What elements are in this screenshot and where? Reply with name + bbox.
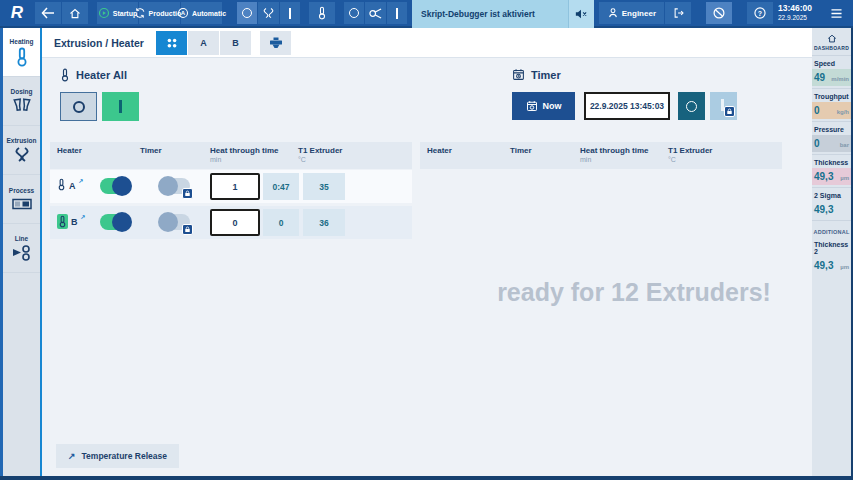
question-icon: ? — [753, 6, 767, 20]
extruder-screws-button[interactable] — [258, 2, 279, 24]
sidebar-item-label: Dosing — [10, 88, 32, 95]
brand-logo[interactable]: R — [4, 1, 30, 25]
col-heat-through-time: Heat through timemin — [210, 146, 278, 165]
heater-a-heat-through-time-input[interactable] — [210, 173, 260, 200]
back-button[interactable] — [35, 2, 61, 24]
script-debugger-text: Skript-Debugger ist aktiviert — [421, 9, 535, 19]
sidebar-item-label: Process — [9, 187, 34, 194]
sidebar-item-label: Line — [15, 235, 28, 242]
lock-operation-button[interactable] — [706, 2, 732, 24]
automatic-button[interactable]: A Automatic — [181, 2, 222, 24]
winder-on-button[interactable] — [387, 2, 407, 24]
lock-icon — [182, 188, 193, 199]
user-label: Engineer — [622, 9, 656, 18]
calendar-timer-icon — [512, 68, 525, 81]
speaker-mute-icon — [574, 8, 588, 20]
user-button[interactable]: Engineer — [599, 2, 664, 24]
timer-off-button[interactable] — [678, 92, 705, 120]
temperature-release-button[interactable]: ↗ Temperature Release — [56, 444, 179, 468]
winder-off-button[interactable] — [344, 2, 364, 24]
bottom-frame-bar — [0, 476, 853, 480]
heater-all-heading: Heater All — [60, 68, 127, 82]
sidebar-item-dosing[interactable]: Dosing — [3, 77, 40, 126]
link-arrow-icon: ↗ — [81, 213, 86, 220]
heater-a-timer-toggle-locked[interactable] — [160, 178, 190, 194]
bar-on-icon — [396, 8, 399, 19]
dashboard-title: DASHBOARD — [812, 45, 851, 51]
timer-heading: Timer — [512, 68, 561, 81]
die-button[interactable] — [260, 31, 291, 55]
extruder-screws-icon — [261, 7, 276, 20]
lock-icon — [182, 224, 193, 235]
die-icon — [268, 36, 284, 50]
heater-b-heat-through-time-input[interactable] — [210, 209, 260, 236]
heater-all-title: Heater All — [76, 69, 127, 81]
col-timer: Timer — [140, 146, 162, 156]
extruder-heater-off-button[interactable] — [237, 2, 257, 24]
heater-b-t1-temperature: 36 — [303, 209, 345, 236]
additional-section-label: ADDITIONAL — [812, 221, 851, 237]
logout-button[interactable] — [665, 2, 691, 24]
heater-a-toggle-on[interactable] — [100, 178, 130, 194]
dashboard-tile-2sigma[interactable]: 2 Sigma 49,3 — [812, 188, 851, 221]
col-t1-extruder: T1 Extruder°C — [298, 146, 342, 165]
timer-now-button[interactable]: Now — [512, 92, 575, 120]
timer-on-locked-button[interactable] — [710, 92, 737, 120]
calendar-timer-icon — [526, 100, 538, 112]
link-arrow-icon: ↗ — [68, 451, 76, 461]
heater-quick-button[interactable] — [309, 2, 335, 24]
mute-button[interactable] — [568, 0, 594, 28]
dashboard-tile-speed[interactable]: Speed 49m/min — [812, 56, 851, 89]
tab-all-heaters[interactable] — [156, 31, 187, 55]
clock-time: 13:46:00 — [778, 4, 822, 14]
dashboard-tile-thickness[interactable]: Thickness 49,3µm — [812, 155, 851, 188]
sidebar-item-line[interactable]: Line — [3, 224, 40, 273]
lock-icon — [724, 106, 735, 117]
extruder-heater-on-button[interactable] — [280, 2, 300, 24]
table-row-heater-b: B ↗ 0 36 — [50, 206, 412, 239]
heater-b-time-remaining: 0 — [263, 209, 299, 236]
help-button[interactable]: ? — [747, 2, 773, 24]
sidebar-item-heating[interactable]: Heating — [3, 28, 40, 77]
link-arrow-icon: ↗ — [79, 177, 84, 184]
heater-b-toggle-on[interactable] — [100, 214, 130, 230]
line-rollers-icon — [12, 244, 32, 262]
grid-icon — [165, 36, 179, 50]
home-button[interactable] — [62, 2, 88, 24]
script-debugger-banner: Skript-Debugger ist aktiviert — [412, 0, 594, 28]
ready-watermark: ready for 12 Extruders! — [489, 278, 779, 307]
dashboard-tile-troughput[interactable]: Troughput 0kg/h — [812, 89, 851, 122]
heater-a-label: A ↗ — [57, 178, 84, 191]
thermometer-icon — [317, 6, 327, 20]
heater-b-timer-toggle-locked[interactable] — [160, 214, 190, 230]
extruder-screws-icon — [12, 146, 32, 164]
home-icon — [812, 33, 851, 44]
heater-all-off-button[interactable] — [60, 92, 97, 121]
sidebar-item-extrusion[interactable]: Extrusion — [3, 126, 40, 175]
startup-button[interactable]: Startup — [97, 2, 138, 24]
cutter-button[interactable] — [365, 2, 386, 24]
heater-all-on-button[interactable] — [102, 92, 139, 121]
dashboard-tile-pressure[interactable]: Pressure 0bar — [812, 122, 851, 155]
dashboard-tile-thickness2[interactable]: Thickness 2 49,3µm — [812, 237, 851, 276]
tab-extruder-b[interactable]: B — [220, 31, 251, 55]
tab-extruder-a[interactable]: A — [188, 31, 219, 55]
dosing-hoppers-icon — [13, 97, 31, 115]
timer-datetime-input[interactable] — [584, 92, 670, 120]
table-header: Heater Timer Heat through timemin T1 Ext… — [420, 142, 782, 169]
sidebar: Heating Dosing Extrusion Process Line — [0, 28, 40, 476]
temperature-release-label: Temperature Release — [82, 451, 167, 461]
heater-a-time-remaining: 0:47 — [263, 173, 299, 200]
logout-icon — [672, 7, 685, 19]
process-icon — [12, 196, 32, 212]
sidebar-item-process[interactable]: Process — [3, 175, 40, 224]
view-tabs: A B — [156, 31, 291, 55]
heater-a-t1-temperature: 35 — [303, 173, 345, 200]
production-button[interactable]: Production — [139, 2, 180, 24]
app-root: R Startup Production A Automatic — [0, 0, 853, 480]
dashboard-header[interactable]: DASHBOARD — [812, 28, 851, 56]
production-sync-icon — [134, 7, 146, 19]
cutter-icon — [368, 7, 383, 20]
menu-button[interactable] — [823, 2, 849, 24]
breadcrumb: Extrusion / Heater — [54, 37, 144, 49]
